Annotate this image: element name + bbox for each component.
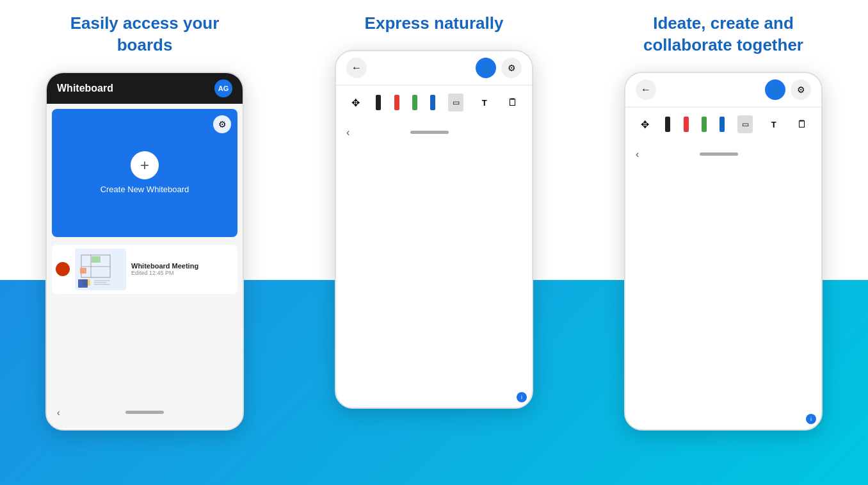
- phone3-header: ← 👤 ⚙: [625, 73, 821, 107]
- board-avatar: [56, 262, 70, 276]
- new-board-area[interactable]: ⚙ + Create New Whiteboard: [52, 109, 237, 237]
- avatar-badge[interactable]: AG: [214, 79, 232, 97]
- phone2-settings-icon[interactable]: ⚙: [501, 58, 522, 78]
- settings-icon[interactable]: ⚙: [213, 115, 231, 133]
- tool3-eraser[interactable]: ▭: [737, 115, 753, 133]
- tool3-move[interactable]: ✥: [637, 115, 652, 133]
- plus-button[interactable]: +: [131, 151, 159, 179]
- phone1-footer: ‹: [47, 397, 243, 428]
- svg-rect-6: [80, 268, 86, 274]
- phone3-home-bar: [700, 152, 738, 156]
- phone2-footer: ‹: [336, 120, 532, 145]
- phone1-app-title: Whiteboard: [57, 83, 113, 94]
- col2-title: Express naturally: [365, 13, 504, 35]
- tool3-text[interactable]: T: [766, 115, 782, 133]
- tool3-pen-black[interactable]: [665, 117, 670, 132]
- phone2-header: ← 👤 ⚙: [336, 51, 532, 85]
- tool-pen-red[interactable]: [394, 95, 399, 110]
- phone2-home-bar: [410, 131, 449, 134]
- tool3-pen-red[interactable]: [684, 117, 689, 132]
- col1-title: Easily access your boards: [70, 13, 220, 56]
- main-container: Easily access your boards Whiteboard AG …: [0, 0, 868, 485]
- phone3-back-nav[interactable]: ‹: [636, 149, 639, 160]
- new-board-label: Create New Whiteboard: [100, 185, 189, 194]
- board-card[interactable]: Whiteboard Meeting Edited 12:45 PM: [52, 245, 237, 294]
- tool3-sticky[interactable]: 🗒: [794, 115, 810, 133]
- phone3-settings-icon[interactable]: ⚙: [791, 79, 811, 100]
- phone2-back-button[interactable]: ←: [346, 58, 367, 78]
- column-1: Easily access your boards Whiteboard AG …: [0, 0, 289, 485]
- phone-mockup-1: Whiteboard AG ⚙ + Create New Whiteboard: [45, 72, 244, 431]
- tool-pen-green[interactable]: [412, 95, 417, 110]
- tool-text[interactable]: T: [477, 94, 492, 111]
- tool3-pen-green[interactable]: [702, 117, 707, 132]
- back-arrow-icon[interactable]: ‹: [57, 407, 60, 418]
- svg-rect-7: [78, 279, 88, 288]
- phone2-back-nav[interactable]: ‹: [346, 127, 350, 138]
- tool3-pen-blue[interactable]: [719, 117, 725, 132]
- info-badge-3: i: [806, 414, 816, 424]
- phone2-user-icon[interactable]: 👤: [476, 58, 496, 78]
- phone3-user-icon[interactable]: 👤: [765, 79, 785, 100]
- column-2: Express naturally ← 👤 ⚙: [289, 0, 579, 485]
- phone-mockup-2: ← 👤 ⚙: [335, 50, 533, 409]
- svg-rect-5: [92, 256, 100, 263]
- home-bar: [125, 411, 164, 414]
- phone3-toolbar: ✥ ▭ T 🗒 i: [625, 107, 821, 142]
- board-card-title: Whiteboard Meeting: [131, 262, 234, 270]
- tool-eraser[interactable]: ▭: [448, 94, 463, 111]
- tool-pen-black[interactable]: [376, 95, 381, 110]
- board-card-subtitle: Edited 12:45 PM: [131, 270, 234, 276]
- phone3-back-button[interactable]: ←: [636, 79, 656, 100]
- tool-move[interactable]: ✥: [348, 94, 363, 111]
- tool-pen-blue[interactable]: [430, 95, 435, 110]
- phone1-header: Whiteboard AG: [47, 73, 243, 104]
- phone3-footer: ‹: [625, 142, 821, 167]
- phone-mockup-3: ← 👤 ⚙ Adding calendar for easy booking 📍…: [624, 72, 823, 431]
- board-preview-svg: [75, 249, 126, 290]
- info-badge: i: [517, 392, 527, 402]
- column-3: Ideate, create and collaborate together …: [579, 0, 868, 485]
- phone1-body: ⚙ + Create New Whiteboard: [47, 104, 243, 397]
- board-meta: Whiteboard Meeting Edited 12:45 PM: [131, 262, 234, 276]
- phone2-toolbar: ✥ ▭ T 🗒 i: [336, 85, 532, 120]
- board-thumbnail: [75, 249, 126, 290]
- tool-sticky[interactable]: 🗒: [505, 94, 520, 111]
- col3-title: Ideate, create and collaborate together: [643, 13, 803, 56]
